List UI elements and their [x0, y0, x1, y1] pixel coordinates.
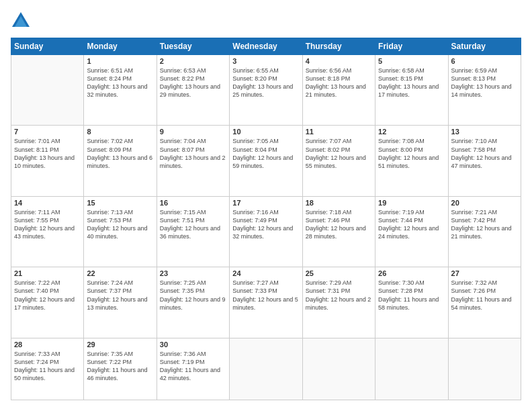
calendar-cell: 18Sunrise: 7:18 AM Sunset: 7:46 PM Dayli…	[302, 196, 375, 267]
calendar-cell: 25Sunrise: 7:29 AM Sunset: 7:31 PM Dayli…	[302, 267, 375, 338]
cell-info: Sunrise: 7:24 AM Sunset: 7:37 PM Dayligh…	[87, 279, 153, 312]
cell-info: Sunrise: 7:10 AM Sunset: 7:58 PM Dayligh…	[451, 137, 518, 170]
day-number: 11	[306, 128, 372, 136]
calendar-cell	[302, 338, 375, 400]
day-number: 5	[378, 57, 445, 65]
cell-info: Sunrise: 7:15 AM Sunset: 7:51 PM Dayligh…	[160, 208, 226, 241]
calendar-week-row: 28Sunrise: 7:33 AM Sunset: 7:24 PM Dayli…	[11, 338, 521, 400]
calendar-cell: 2Sunrise: 6:53 AM Sunset: 8:22 PM Daylig…	[157, 55, 229, 126]
day-number: 4	[306, 57, 372, 65]
day-number: 16	[160, 199, 226, 207]
calendar-cell: 23Sunrise: 7:25 AM Sunset: 7:35 PM Dayli…	[157, 267, 229, 338]
calendar-cell: 30Sunrise: 7:36 AM Sunset: 7:19 PM Dayli…	[157, 338, 229, 400]
logo-icon	[11, 11, 31, 31]
calendar-cell: 28Sunrise: 7:33 AM Sunset: 7:24 PM Dayli…	[11, 338, 84, 400]
cell-info: Sunrise: 7:29 AM Sunset: 7:31 PM Dayligh…	[306, 279, 372, 312]
day-number: 1	[87, 57, 153, 65]
day-number: 27	[451, 269, 518, 277]
calendar-cell: 11Sunrise: 7:07 AM Sunset: 8:02 PM Dayli…	[302, 126, 375, 196]
day-number: 9	[160, 128, 226, 136]
calendar-cell: 19Sunrise: 7:19 AM Sunset: 7:44 PM Dayli…	[375, 196, 448, 267]
cell-info: Sunrise: 7:08 AM Sunset: 8:00 PM Dayligh…	[378, 137, 445, 170]
cell-info: Sunrise: 6:53 AM Sunset: 8:22 PM Dayligh…	[160, 66, 226, 99]
cell-info: Sunrise: 7:30 AM Sunset: 7:28 PM Dayligh…	[378, 279, 445, 312]
cell-info: Sunrise: 7:36 AM Sunset: 7:19 PM Dayligh…	[160, 350, 226, 383]
calendar-cell: 17Sunrise: 7:16 AM Sunset: 7:49 PM Dayli…	[230, 196, 302, 267]
day-number: 19	[378, 199, 445, 207]
calendar-cell	[11, 55, 84, 126]
day-number: 2	[160, 57, 226, 65]
cell-info: Sunrise: 6:59 AM Sunset: 8:13 PM Dayligh…	[451, 66, 518, 99]
day-number: 7	[14, 128, 81, 136]
calendar-cell: 27Sunrise: 7:32 AM Sunset: 7:26 PM Dayli…	[448, 267, 521, 338]
calendar-cell	[230, 338, 302, 400]
calendar-cell: 22Sunrise: 7:24 AM Sunset: 7:37 PM Dayli…	[84, 267, 157, 338]
cell-info: Sunrise: 7:02 AM Sunset: 8:09 PM Dayligh…	[87, 137, 153, 170]
day-number: 8	[87, 128, 153, 136]
calendar-cell	[448, 338, 521, 400]
cell-info: Sunrise: 7:27 AM Sunset: 7:33 PM Dayligh…	[232, 279, 299, 312]
calendar-cell: 14Sunrise: 7:11 AM Sunset: 7:55 PM Dayli…	[11, 196, 84, 267]
calendar-cell: 21Sunrise: 7:22 AM Sunset: 7:40 PM Dayli…	[11, 267, 84, 338]
calendar-cell: 26Sunrise: 7:30 AM Sunset: 7:28 PM Dayli…	[375, 267, 448, 338]
day-number: 23	[160, 269, 226, 277]
calendar-day-header: Saturday	[448, 38, 521, 55]
day-number: 24	[232, 269, 299, 277]
day-number: 22	[87, 269, 153, 277]
calendar-cell: 20Sunrise: 7:21 AM Sunset: 7:42 PM Dayli…	[448, 196, 521, 267]
calendar-cell: 4Sunrise: 6:56 AM Sunset: 8:18 PM Daylig…	[302, 55, 375, 126]
calendar-cell: 7Sunrise: 7:01 AM Sunset: 8:11 PM Daylig…	[11, 126, 84, 196]
cell-info: Sunrise: 7:22 AM Sunset: 7:40 PM Dayligh…	[14, 279, 81, 312]
cell-info: Sunrise: 7:35 AM Sunset: 7:22 PM Dayligh…	[87, 350, 153, 383]
calendar-cell: 29Sunrise: 7:35 AM Sunset: 7:22 PM Dayli…	[84, 338, 157, 400]
day-number: 20	[451, 199, 518, 207]
calendar-cell: 10Sunrise: 7:05 AM Sunset: 8:04 PM Dayli…	[230, 126, 302, 196]
cell-info: Sunrise: 7:25 AM Sunset: 7:35 PM Dayligh…	[160, 279, 226, 312]
calendar-cell	[375, 338, 448, 400]
day-number: 26	[378, 269, 445, 277]
cell-info: Sunrise: 7:18 AM Sunset: 7:46 PM Dayligh…	[306, 208, 372, 241]
calendar-cell: 15Sunrise: 7:13 AM Sunset: 7:53 PM Dayli…	[84, 196, 157, 267]
day-number: 3	[232, 57, 299, 65]
calendar-day-header: Wednesday	[230, 38, 302, 55]
cell-info: Sunrise: 7:04 AM Sunset: 8:07 PM Dayligh…	[160, 137, 226, 170]
header	[11, 11, 521, 31]
day-number: 25	[306, 269, 372, 277]
calendar-week-row: 7Sunrise: 7:01 AM Sunset: 8:11 PM Daylig…	[11, 126, 521, 196]
cell-info: Sunrise: 7:11 AM Sunset: 7:55 PM Dayligh…	[14, 208, 81, 241]
day-number: 12	[378, 128, 445, 136]
calendar-cell: 1Sunrise: 6:51 AM Sunset: 8:24 PM Daylig…	[84, 55, 157, 126]
calendar-cell: 5Sunrise: 6:58 AM Sunset: 8:15 PM Daylig…	[375, 55, 448, 126]
cell-info: Sunrise: 7:07 AM Sunset: 8:02 PM Dayligh…	[306, 137, 372, 170]
cell-info: Sunrise: 7:32 AM Sunset: 7:26 PM Dayligh…	[451, 279, 518, 312]
day-number: 21	[14, 269, 81, 277]
calendar-day-header: Thursday	[302, 38, 375, 55]
cell-info: Sunrise: 6:58 AM Sunset: 8:15 PM Dayligh…	[378, 66, 445, 99]
calendar-day-header: Tuesday	[157, 38, 229, 55]
day-number: 29	[87, 340, 153, 349]
day-number: 30	[160, 340, 226, 349]
day-number: 15	[87, 199, 153, 207]
calendar-week-row: 1Sunrise: 6:51 AM Sunset: 8:24 PM Daylig…	[11, 55, 521, 126]
cell-info: Sunrise: 6:51 AM Sunset: 8:24 PM Dayligh…	[87, 66, 153, 99]
calendar-day-header: Sunday	[11, 38, 84, 55]
day-number: 6	[451, 57, 518, 65]
calendar-cell: 8Sunrise: 7:02 AM Sunset: 8:09 PM Daylig…	[84, 126, 157, 196]
day-number: 17	[232, 199, 299, 207]
cell-info: Sunrise: 7:13 AM Sunset: 7:53 PM Dayligh…	[87, 208, 153, 241]
calendar-cell: 16Sunrise: 7:15 AM Sunset: 7:51 PM Dayli…	[157, 196, 229, 267]
calendar-cell: 24Sunrise: 7:27 AM Sunset: 7:33 PM Dayli…	[230, 267, 302, 338]
calendar-week-row: 21Sunrise: 7:22 AM Sunset: 7:40 PM Dayli…	[11, 267, 521, 338]
cell-info: Sunrise: 6:55 AM Sunset: 8:20 PM Dayligh…	[232, 66, 299, 99]
day-number: 18	[306, 199, 372, 207]
calendar-table: SundayMondayTuesdayWednesdayThursdayFrid…	[11, 38, 521, 400]
cell-info: Sunrise: 7:01 AM Sunset: 8:11 PM Dayligh…	[14, 137, 81, 170]
calendar-week-row: 14Sunrise: 7:11 AM Sunset: 7:55 PM Dayli…	[11, 196, 521, 267]
calendar-day-header: Friday	[375, 38, 448, 55]
cell-info: Sunrise: 7:33 AM Sunset: 7:24 PM Dayligh…	[14, 350, 81, 383]
calendar-cell: 3Sunrise: 6:55 AM Sunset: 8:20 PM Daylig…	[230, 55, 302, 126]
cell-info: Sunrise: 7:21 AM Sunset: 7:42 PM Dayligh…	[451, 208, 518, 241]
day-number: 28	[14, 340, 81, 349]
calendar-cell: 13Sunrise: 7:10 AM Sunset: 7:58 PM Dayli…	[448, 126, 521, 196]
logo	[11, 11, 34, 31]
